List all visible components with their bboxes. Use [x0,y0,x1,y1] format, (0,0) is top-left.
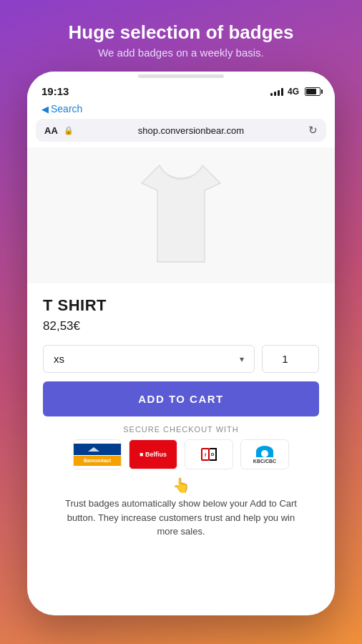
product-image-area [27,147,335,283]
trust-area: 👆 Trust badges automatically show below … [43,469,319,547]
back-nav: ◀ Search [27,102,335,119]
signal-label: 4G [288,87,299,97]
options-row: xs ▾ [43,345,319,373]
quantity-input[interactable] [262,345,319,373]
status-icons: 4G [270,87,321,97]
tshirt-image [120,158,242,273]
add-to-cart-button[interactable]: ADD TO CART [43,381,319,416]
product-details: T SHIRT 82,53€ xs ▾ ADD TO CART SECURE C… [27,283,335,615]
header-title: Huge selection of badges [69,21,294,44]
status-bar: 19:13 4G [27,78,335,102]
lock-icon: 🔒 [64,126,74,135]
payment-icons: Bancontact ■ Belfius i [43,439,319,469]
status-time: 19:13 [41,85,69,97]
notch-area [27,72,335,78]
header-subtitle: We add badges on a weekly basis. [69,47,294,59]
aa-label: AA [44,125,58,136]
chevron-down-icon: ▾ [240,354,244,364]
url-text: shop.conversionbear.com [79,125,303,136]
trust-text: Trust badges automatically show below yo… [57,497,305,539]
product-price: 82,53€ [43,319,319,333]
ideal-badge: i D [185,439,233,469]
size-value: xs [54,353,64,365]
phone-frame: 19:13 4G ◀ Search AA 🔒 shop.conversionbe… [27,72,335,615]
size-select[interactable]: xs ▾ [43,345,255,373]
trust-emoji: 👆 [57,477,305,494]
address-bar[interactable]: AA 🔒 shop.conversionbear.com ↻ [36,119,326,142]
belfius-badge: ■ Belfius [129,439,177,469]
battery-icon [305,87,321,96]
secure-checkout-label: SECURE CHECKOUT WITH [43,425,319,434]
back-arrow-icon: ◀ [41,104,49,114]
header-text: Huge selection of badges We add badges o… [69,21,294,59]
product-name: T SHIRT [43,296,319,315]
back-label: Search [51,103,82,114]
signal-bars [270,87,283,96]
reload-icon[interactable]: ↻ [308,124,318,137]
kbc-badge: KBC/CBC [240,439,289,469]
bancontact-badge: Bancontact [73,439,122,469]
